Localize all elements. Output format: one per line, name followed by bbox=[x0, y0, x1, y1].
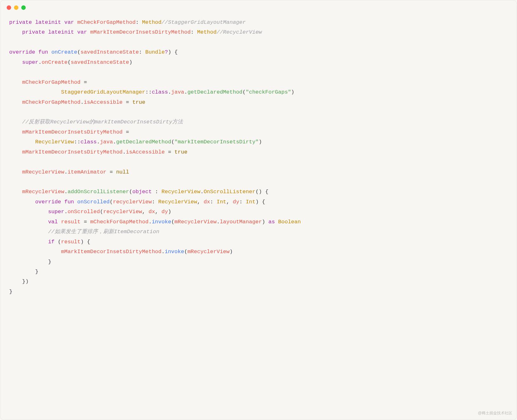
watermark: @稀土掘金技术社区 bbox=[478, 410, 512, 417]
close-icon[interactable] bbox=[7, 5, 11, 10]
code-line: override fun onScrolled(recyclerView: Re… bbox=[9, 199, 265, 205]
code-line: mRecyclerView.addOnScrollListener(object… bbox=[9, 189, 268, 195]
code-line: } bbox=[9, 269, 38, 275]
code-line: mMarkItemDecorInsetsDirtyMethod = bbox=[9, 129, 129, 135]
code-line: } bbox=[9, 289, 12, 295]
code-line: private lateinit var mMarkItemDecorInset… bbox=[9, 29, 262, 35]
code-line: mCheckForGapMethod.isAccessible = true bbox=[9, 99, 145, 105]
code-block: private lateinit var mCheckForGapMethod:… bbox=[0, 12, 517, 305]
minimize-icon[interactable] bbox=[14, 5, 18, 10]
code-line: super.onScrolled(recyclerView, dx, dy) bbox=[9, 209, 171, 215]
code-line: mRecyclerView.itemAnimator = null bbox=[9, 169, 129, 175]
code-line: private lateinit var mCheckForGapMethod:… bbox=[9, 19, 246, 25]
code-window: private lateinit var mCheckForGapMethod:… bbox=[0, 0, 517, 420]
code-line: mMarkItemDecorInsetsDirtyMethod.invoke(m… bbox=[9, 249, 233, 255]
code-line: super.onCreate(savedInstanceState) bbox=[9, 59, 132, 65]
window-titlebar bbox=[0, 0, 517, 12]
code-line: RecyclerView::class.java.getDeclaredMeth… bbox=[9, 139, 262, 145]
code-line: if (result) { bbox=[9, 239, 90, 245]
code-line: mCheckForGapMethod = bbox=[9, 79, 87, 85]
code-line: StaggeredGridLayoutManager::class.java.g… bbox=[9, 89, 294, 95]
code-line: }) bbox=[9, 279, 29, 285]
code-line: mMarkItemDecorInsetsDirtyMethod.isAccess… bbox=[9, 149, 187, 155]
code-line: //如果发生了重排序，刷新ItemDecoration bbox=[9, 229, 159, 235]
code-line: //反射获取RecyclerView的markItemDecorInsetsDi… bbox=[9, 119, 183, 125]
maximize-icon[interactable] bbox=[21, 5, 26, 10]
code-line: override fun onCreate(savedInstanceState… bbox=[9, 49, 178, 55]
code-line: } bbox=[9, 259, 51, 265]
code-line: val result = mCheckForGapMethod.invoke(m… bbox=[9, 219, 301, 225]
